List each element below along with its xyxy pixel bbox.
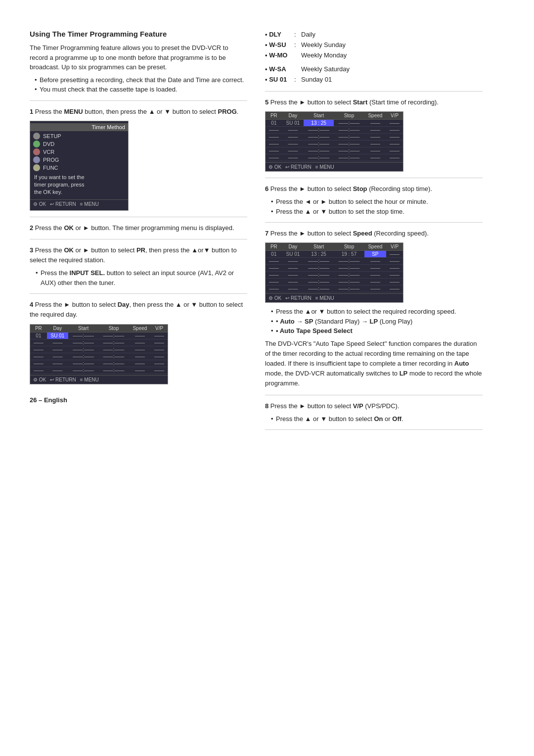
day-table-inner: PR Day Start Stop Speed V/P 01 SU 01 ——: [30, 325, 168, 374]
step-2: 2 Press the OK or ► button. The timer pr… [30, 223, 247, 233]
func-icon [33, 164, 40, 171]
wmo-value: Weekly Monday [301, 50, 347, 61]
intro-bullet-1: Before presetting a recording, check tha… [35, 75, 247, 85]
dvd-icon [33, 141, 40, 147]
step-1-num: 1 [30, 108, 33, 115]
table-row: ——————:————:—————— [266, 141, 403, 147]
day-type-wsa: • W-SA Weekly Saturday [265, 64, 483, 75]
start-table-footer: ⚙ OK ↩ RETURN ≡ MENU [266, 162, 403, 171]
menu-return: ↩ RETURN [50, 201, 76, 207]
step-7-bullets: Press the ▲or ▼ button to select the req… [265, 307, 483, 336]
divider-1 [30, 100, 247, 101]
th-vp: V/P [151, 325, 168, 332]
menu-item-func: FUNC [30, 164, 128, 172]
step-4-text: 4 Press the ► button to select Day, then… [30, 300, 247, 320]
step-4: 4 Press the ► button to select Day, then… [30, 300, 247, 384]
step-6-text: 6 Press the ► button to select Stop (Rec… [265, 184, 483, 194]
th-speed: Speed [129, 325, 151, 332]
menu-item-prog: PROG [30, 156, 128, 164]
page-number: 26 – English [30, 396, 67, 404]
th-stop: Stop [98, 325, 129, 332]
td-start: ——:—— [68, 332, 98, 339]
wsa-value: Weekly Saturday [301, 64, 350, 75]
step-8-text: 8 Press the ► button to select V/P (VPS/… [265, 401, 483, 411]
step-7-bullet-3: • Auto Tape Speed Select [271, 326, 483, 336]
step-7-bullet-1: Press the ▲or ▼ button to select the req… [271, 307, 483, 317]
step-5: 5 Press the ► button to select Start (St… [265, 97, 483, 172]
table-row: 01 SU 01 ——:—— ——:—— —— —— [30, 332, 168, 339]
table-row: ——————:————:—————— [30, 360, 168, 367]
divider-r1 [265, 91, 483, 92]
menu-item-vcr: VCR [30, 148, 128, 156]
speed-table: PR Day Start Stop Speed V/P 01 SU 01 13 [265, 242, 403, 303]
step-2-text: 2 Press the OK or ► button. The timer pr… [30, 223, 247, 233]
intro-para: The Timer Programming feature allows you… [30, 43, 247, 72]
divider-4 [30, 293, 247, 294]
step-8-bullets: Press the ▲ or ▼ button to select On or … [265, 414, 483, 424]
setup-label: SETUP [43, 133, 61, 139]
func-label: FUNC [43, 165, 58, 171]
divider-r5 [265, 429, 483, 430]
page-footer: 26 – English [30, 396, 247, 404]
vcr-label: VCR [43, 149, 54, 155]
vcr-icon [33, 148, 40, 155]
right-column: • DLY:Daily • W-SU:Weekly Sunday • W-MO … [265, 30, 483, 436]
day-type-list: • DLY:Daily • W-SU:Weekly Sunday • W-MO … [265, 30, 483, 60]
menu-title: Timer Method [30, 123, 128, 131]
step-3-bullets: Press the INPUT SEL. button to select an… [30, 268, 247, 287]
menu-item-dvd: DVD [30, 140, 128, 148]
table-row: ——————:————:—————— [266, 258, 403, 265]
table-row: ——————:————:—————— [30, 367, 168, 374]
step-3-bullet-1: Press the INPUT SEL. button to select an… [36, 268, 247, 287]
th-start: Start [68, 325, 98, 332]
td-speed-highlight: SP [364, 251, 387, 258]
speed-table-header: PR Day Start Stop Speed V/P [266, 243, 403, 251]
dly-value: Daily [301, 30, 315, 40]
step-3-text: 3 Press the OK or ► button to select PR,… [30, 245, 247, 265]
step-7-bullet-2: • Auto → SP (Standard Play) → LP (Long P… [271, 317, 483, 327]
page-layout: Using The Timer Programming Feature The … [30, 30, 504, 436]
step-3: 3 Press the OK or ► button to select PR,… [30, 245, 247, 287]
dvd-label: DVD [43, 141, 54, 147]
wsu-value: Weekly Sunday [301, 40, 346, 50]
table-row: 01 SU 01 13 : 25 ——:—— —— —— [266, 120, 403, 127]
th-pr: PR [30, 325, 47, 332]
td-stop: ——:—— [98, 332, 129, 339]
intro-bullets: Before presetting a recording, check tha… [35, 75, 247, 94]
start-table: PR Day Start Stop Speed V/P 01 SU 01 13 [265, 111, 403, 172]
page-title: Using The Timer Programming Feature [30, 30, 247, 38]
divider-r2 [265, 178, 483, 178]
td-day-highlight: SU 01 [47, 332, 68, 339]
day-type-wsu: • W-SU:Weekly Sunday [265, 40, 483, 50]
step-7-text: 7 Press the ► button to select Speed (Re… [265, 229, 483, 238]
day-type-su01: • SU 01:Sunday 01 [265, 75, 483, 85]
prog-label: PROG [43, 157, 59, 163]
step-6-bullet-2: Press the ▲ or ▼ button to set the stop … [271, 207, 483, 217]
table-row: ——————:————:—————— [266, 154, 403, 161]
divider-3 [30, 239, 247, 239]
step-8-bullet-1: Press the ▲ or ▼ button to select On or … [271, 414, 483, 424]
step-7: 7 Press the ► button to select Speed (Re… [265, 229, 483, 388]
day-type-dly: • DLY:Daily [265, 30, 483, 40]
table-row: ——————:————:—————— [266, 127, 403, 134]
td-start-highlight: 13 : 25 [304, 120, 334, 127]
step-8: 8 Press the ► button to select V/P (VPS/… [265, 401, 483, 424]
day-type-list-2: • W-SA Weekly Saturday • SU 01:Sunday 01 [265, 64, 483, 85]
left-column: Using The Timer Programming Feature The … [30, 30, 247, 436]
step-6-bullet-1: Press the ◄ or ► button to select the ho… [271, 197, 483, 207]
speed-table-footer: ⚙ OK ↩ RETURN ≡ MENU [266, 293, 403, 302]
table-row: ——————:————:—————— [266, 279, 403, 285]
menu-note: If you want to set thetimer program, pre… [30, 172, 128, 198]
step-5-text: 5 Press the ► button to select Start (St… [265, 97, 483, 107]
table-row: ——————:————:—————— [266, 134, 403, 141]
divider-r3 [265, 222, 483, 223]
table-row: ——————:————:—————— [266, 147, 403, 154]
td-speed: —— [129, 332, 151, 339]
table-menu: ≡ MENU [80, 377, 99, 382]
step-6-bullets: Press the ◄ or ► button to select the ho… [265, 197, 483, 216]
table-row: ——————:————:—————— [266, 285, 403, 292]
table-ok: ⚙ OK [33, 377, 46, 382]
table-row: 01 SU 01 13 : 25 19 : 57 SP —— [266, 251, 403, 258]
menu-item-setup: SETUP [30, 132, 128, 140]
table-row: ——————:————:—————— [30, 346, 168, 353]
